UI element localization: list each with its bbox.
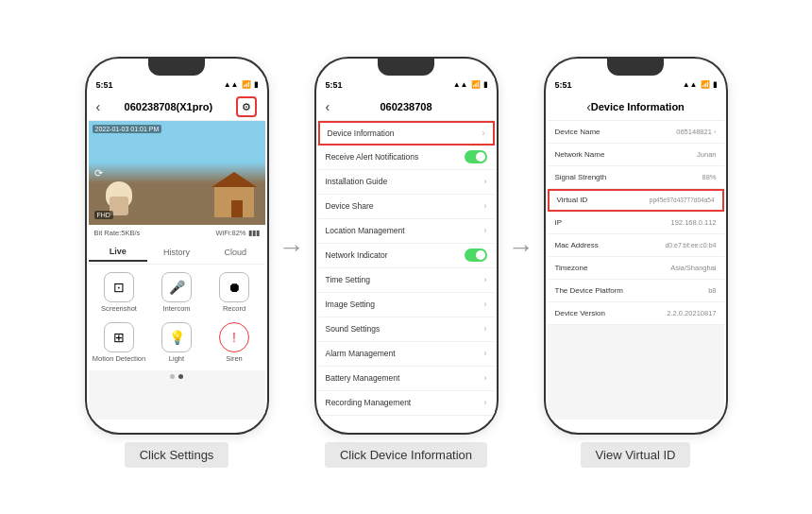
wifi-label: WiFi:82% xyxy=(215,229,245,237)
menu-recording-label: Recording Management xyxy=(326,398,412,407)
light-item[interactable]: 💡 Light xyxy=(150,322,204,363)
menu-time[interactable]: Time Setting › xyxy=(318,268,495,293)
chevron-time: › xyxy=(484,275,487,284)
menu-device-share[interactable]: Device Share › xyxy=(318,195,495,219)
signal-icon-3: ▲▲ xyxy=(683,80,698,89)
chevron-image: › xyxy=(484,300,487,309)
back-icon-2[interactable]: ‹ xyxy=(326,99,330,114)
menu-sound-label: Sound Settings xyxy=(326,324,381,334)
toggle-network[interactable] xyxy=(465,248,487,262)
menu-network-indicator[interactable]: Network Indicator xyxy=(318,244,495,268)
record-icon: ⏺ xyxy=(219,272,249,302)
menu-alarm[interactable]: Alarm Management › xyxy=(318,342,495,367)
settings-button[interactable]: ⚙ xyxy=(236,96,257,117)
menu-sound[interactable]: Sound Settings › xyxy=(318,317,495,342)
menu-image[interactable]: Image Setting › xyxy=(318,293,495,317)
info-timezone: Timezone Asia/Shanghai xyxy=(548,257,724,280)
tab-cloud[interactable]: Cloud xyxy=(206,244,264,261)
chevron-battery: › xyxy=(484,373,487,383)
light-icon: 💡 xyxy=(161,322,192,352)
battery-icon-2: ▮ xyxy=(483,80,487,89)
step-2-label: Click Device Information xyxy=(325,442,487,468)
menu-alert-notif[interactable]: Receive Alert Notifications xyxy=(318,146,495,170)
tab-bar: Live History Cloud xyxy=(89,242,265,265)
light-label: Light xyxy=(169,354,184,363)
signal-icon-2: ▲▲ xyxy=(453,80,468,89)
icons-row-1: ⊡ Screenshot 🎤 Intercom ⏺ Record xyxy=(89,265,265,320)
status-bar-2: 5:51 ▲▲ 📶 ▮ xyxy=(318,76,495,94)
status-time-2: 5:51 xyxy=(326,80,343,90)
info-title: Device Information xyxy=(591,101,685,112)
phone-1: 5:51 ▲▲ 📶 ▮ ‹ 060238708(X1pro) ⚙ 2022-01… xyxy=(85,57,269,435)
phone-3: 5:51 ▲▲ 📶 ▮ ‹ Device Information xyxy=(544,57,728,435)
status-time-3: 5:51 xyxy=(555,80,572,90)
screenshot-item[interactable]: ⊡ Screenshot xyxy=(93,272,146,313)
label-device-name: Device Name xyxy=(555,128,601,136)
chevron-share: › xyxy=(484,201,487,211)
menu-device-info[interactable]: Device Information › xyxy=(318,121,495,146)
menu-cloud[interactable]: Cloud Storage Service › xyxy=(318,416,495,420)
status-icons-2: ▲▲ 📶 ▮ xyxy=(453,80,487,89)
motion-label: Motion Detection xyxy=(93,354,145,363)
arrow-2: → xyxy=(508,232,534,263)
wifi-icon: 📶 xyxy=(242,80,251,89)
info-ip: IP 192.168.0.112 xyxy=(548,212,724,234)
phone-1-screen: 5:51 ▲▲ 📶 ▮ ‹ 060238708(X1pro) ⚙ 2022-01… xyxy=(89,76,265,420)
menu-install-guide[interactable]: Installation Guide › xyxy=(318,170,495,195)
main-content: 5:51 ▲▲ 📶 ▮ ‹ 060238708(X1pro) ⚙ 2022-01… xyxy=(0,38,812,477)
menu-recording[interactable]: Recording Management › xyxy=(318,391,495,416)
menu-battery[interactable]: Battery Management › xyxy=(318,367,495,391)
status-bar-3: 5:51 ▲▲ 📶 ▮ xyxy=(548,76,724,94)
signal-icon: ▲▲ xyxy=(224,80,239,89)
value-network: Junan xyxy=(697,150,716,159)
dot-1 xyxy=(170,374,175,379)
info-network-name: Network Name Junan xyxy=(548,144,724,166)
house-roof xyxy=(211,172,257,187)
tab-live[interactable]: Live xyxy=(89,243,147,262)
chevron-recording: › xyxy=(484,398,487,407)
value-version: 2.2.0.20210817 xyxy=(667,309,716,317)
chevron-device-info: › xyxy=(482,128,485,138)
stats-bar: Bit Rate:5KB/s WiFi:82% ▮▮▮ xyxy=(89,225,265,242)
intercom-item[interactable]: 🎤 Intercom xyxy=(150,272,204,313)
value-timezone: Asia/Shanghai xyxy=(670,264,716,272)
menu-image-label: Image Setting xyxy=(326,300,375,309)
menu-2-title: 060238708 xyxy=(380,101,431,112)
label-network: Network Name xyxy=(555,150,605,159)
step-3-container: 5:51 ▲▲ 📶 ▮ ‹ Device Information xyxy=(544,57,728,468)
screenshot-icon: ⊡ xyxy=(104,272,134,302)
toggle-alert[interactable] xyxy=(465,150,487,163)
menu-share-label: Device Share xyxy=(326,201,374,211)
back-icon-1[interactable]: ‹ xyxy=(96,99,101,114)
info-header: ‹ Device Information xyxy=(548,94,724,121)
menu-network-label: Network Indicator xyxy=(326,250,388,260)
menu-install-label: Installation Guide xyxy=(326,177,388,186)
menu-location-label: Location Management xyxy=(326,226,405,235)
info-device-name: Device Name 065148821 › xyxy=(548,121,724,144)
value-ip: 192.168.0.112 xyxy=(671,218,717,227)
phone-2: 5:51 ▲▲ 📶 ▮ ‹ 060238708 Device Informati… xyxy=(314,57,499,435)
siren-icon: ! xyxy=(219,322,249,352)
step-1-container: 5:51 ▲▲ 📶 ▮ ‹ 060238708(X1pro) ⚙ 2022-01… xyxy=(85,57,269,468)
tab-history[interactable]: History xyxy=(147,244,206,261)
siren-item[interactable]: ! Siren xyxy=(208,322,262,363)
status-icons-1: ▲▲ 📶 ▮ xyxy=(224,80,258,89)
record-item[interactable]: ⏺ Record xyxy=(208,272,262,313)
step-3-label: View Virtual ID xyxy=(581,442,691,468)
ptz-control[interactable]: ⟳ xyxy=(94,166,103,179)
phone-3-screen: 5:51 ▲▲ 📶 ▮ ‹ Device Information xyxy=(548,76,724,420)
motion-item[interactable]: ⊞ Motion Detection xyxy=(93,322,146,363)
menu-time-label: Time Setting xyxy=(326,275,370,284)
dot-2 xyxy=(178,374,183,379)
screenshot-label: Screenshot xyxy=(101,304,137,313)
wifi-icon-small: ▮▮▮ xyxy=(248,229,260,237)
phone-1-header: ‹ 060238708(X1pro) ⚙ xyxy=(89,94,265,121)
house-door xyxy=(231,200,243,217)
phone-1-title: 060238708(X1pro) xyxy=(125,101,213,112)
label-ip: IP xyxy=(555,218,563,227)
info-version: Device Version 2.2.0.20210817 xyxy=(548,302,724,325)
value-device-name: 065148821 › xyxy=(676,128,716,136)
label-platform: The Device Platform xyxy=(555,286,623,295)
chevron-location: › xyxy=(484,226,487,235)
menu-location[interactable]: Location Management › xyxy=(318,219,495,244)
